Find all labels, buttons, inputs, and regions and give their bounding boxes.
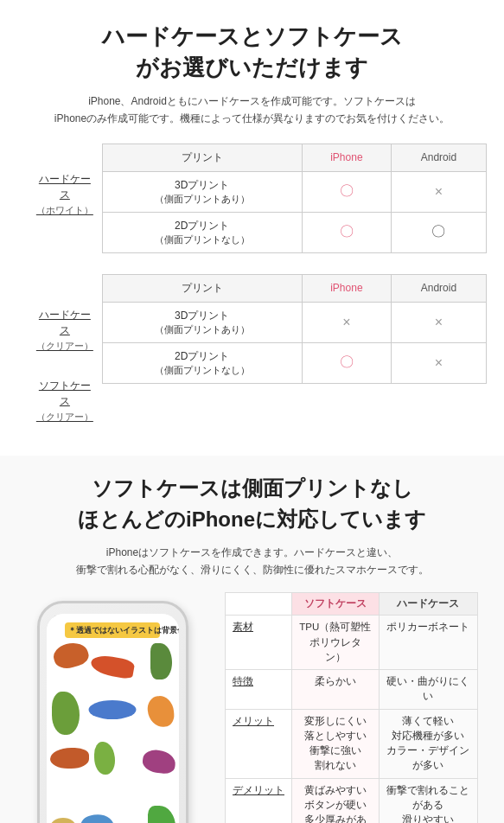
dino-shape-11 bbox=[79, 812, 116, 823]
hard-merit: 薄くて軽い対応機種が多いカラー・デザインが多い bbox=[379, 709, 477, 778]
row-material: 素材 bbox=[226, 616, 292, 670]
table-row: メリット 変形しにくい落としやすい衝撃に強い割れない 薄くて軽い対応機種が多いカ… bbox=[226, 709, 478, 778]
col-iphone: iPhone bbox=[302, 144, 391, 171]
main-title: ハードケースとソフトケース がお選びいただけます bbox=[17, 21, 487, 84]
dino-shape-6 bbox=[146, 695, 175, 728]
col-header-empty bbox=[226, 593, 292, 616]
comparison-table-area: ソフトケース ハードケース 素材 TPU（熱可塑性ポリウレタン） ポリカーボネー… bbox=[225, 592, 478, 823]
hardcase-clear-label: ハードケース（クリアー） bbox=[35, 307, 95, 354]
iphone-2d-clear: 〇 bbox=[302, 342, 391, 383]
section2-title: ソフトケースは側面プリントなし ほとんどのiPhoneに対応しています bbox=[17, 473, 487, 535]
table-row: 素材 TPU（熱可塑性ポリウレタン） ポリカーボネート bbox=[226, 616, 478, 670]
col-iphone-2: iPhone bbox=[302, 274, 391, 302]
row-merit: メリット bbox=[226, 709, 292, 778]
dino-shape-3 bbox=[89, 654, 135, 679]
android-2d-clear: × bbox=[391, 342, 486, 383]
dino-shape-2 bbox=[150, 643, 172, 679]
dino-shape-9 bbox=[141, 749, 176, 775]
table-row: 2Dプリント（側面プリントなし） 〇 × bbox=[102, 342, 486, 383]
phone-body: ＊透過ではないイラストは背景色もプリント bbox=[37, 601, 188, 823]
section1: ハードケースとソフトケース がお選びいただけます iPhone、Androidと… bbox=[0, 0, 504, 456]
android-3d-clear: × bbox=[391, 302, 486, 342]
subtitle-text: iPhone、Androidともにハードケースを作成可能です。ソフトケースは i… bbox=[17, 93, 487, 128]
soft-feature: 柔らかい bbox=[292, 670, 380, 710]
dino-shape-4 bbox=[52, 692, 80, 735]
hard-material: ポリカーボネート bbox=[379, 616, 477, 670]
section2-subtitle: iPhoneはソフトケースを作成できます。ハードケースと違い、 衝撃で割れる心配… bbox=[17, 544, 487, 579]
bottom-area: ＊透過ではないイラストは背景色もプリント bbox=[17, 592, 487, 823]
dino-shape-10 bbox=[50, 818, 76, 823]
dino-fossil-badge bbox=[89, 700, 137, 719]
hard-feature: 硬い・曲がりにくい bbox=[379, 670, 477, 710]
table2-container: ハードケース（クリアー） ソフトケース（クリアー） プリント iPhone An… bbox=[17, 274, 487, 424]
section2-inner: ソフトケースは側面プリントなし ほとんどのiPhoneに対応しています iPho… bbox=[0, 456, 504, 823]
col-android-2: Android bbox=[391, 274, 486, 302]
hard-demerit: 衝撃で割れることがある滑りやすいプリントが剥がれやすい bbox=[379, 778, 477, 823]
phone-screen: ＊透過ではないイラストは背景色もプリント bbox=[47, 614, 179, 823]
dino-shape-1 bbox=[51, 640, 91, 672]
col-android: Android bbox=[391, 144, 486, 171]
iphone-3d-clear: × bbox=[302, 302, 391, 342]
hardcase-white-label: ハードケース（ホワイト） bbox=[35, 171, 95, 218]
table1-left-label: ハードケース（ホワイト） bbox=[35, 144, 95, 218]
print-type-1: 3Dプリント（側面プリントあり） bbox=[102, 171, 302, 212]
soft-merit: 変形しにくい落としやすい衝撃に強い割れない bbox=[292, 709, 380, 778]
col-soft-header: ソフトケース bbox=[292, 593, 380, 616]
iphone-2d-white: 〇 bbox=[302, 212, 391, 252]
softcase-clear-label: ソフトケース（クリアー） bbox=[35, 378, 95, 424]
comparison-table: ソフトケース ハードケース 素材 TPU（熱可塑性ポリウレタン） ポリカーボネー… bbox=[225, 592, 478, 823]
dino-shape-12 bbox=[148, 806, 175, 823]
col-print: プリント bbox=[102, 144, 302, 171]
section2: ソフトケースは側面プリントなし ほとんどのiPhoneに対応しています iPho… bbox=[0, 456, 504, 823]
row-demerit: デメリット bbox=[226, 778, 292, 823]
annotation-badge: ＊透過ではないイラストは背景色もプリント bbox=[65, 622, 160, 638]
table1-container: ハードケース（ホワイト） プリント iPhone Android 3Dプリント（… bbox=[17, 144, 487, 253]
dino-shape-7 bbox=[50, 748, 89, 769]
phone-image-area: ＊透過ではないイラストは背景色もプリント bbox=[26, 592, 216, 823]
soft-demerit: 黄ばみやすいボタンが硬い多少厚みがある bbox=[292, 778, 380, 823]
table-row: デメリット 黄ばみやすいボタンが硬い多少厚みがある 衝撃で割れることがある滑りや… bbox=[226, 778, 478, 823]
phone-mockup: ＊透過ではないイラストは背景色もプリント bbox=[26, 601, 199, 823]
table-row: 3Dプリント（側面プリントあり） 〇 × bbox=[102, 171, 486, 212]
table-row: 2Dプリント（側面プリントなし） 〇 〇 bbox=[102, 212, 486, 252]
table-row: 特徴 柔らかい 硬い・曲がりにくい bbox=[226, 670, 478, 710]
dino-shape-8 bbox=[94, 742, 115, 775]
table-row: 3Dプリント（側面プリントあり） × × bbox=[102, 302, 486, 342]
soft-material: TPU（熱可塑性ポリウレタン） bbox=[292, 616, 380, 670]
col-hard-header: ハードケース bbox=[379, 593, 477, 616]
print-type-2: 2Dプリント（側面プリントなし） bbox=[102, 212, 302, 252]
print-type-3d-clear: 3Dプリント（側面プリントあり） bbox=[102, 302, 302, 342]
dino-background: ＊透過ではないイラストは背景色もプリント bbox=[47, 614, 179, 823]
table2: プリント iPhone Android 3Dプリント（側面プリントあり） × ×… bbox=[102, 274, 487, 384]
iphone-3d-white: 〇 bbox=[302, 171, 391, 212]
table1: プリント iPhone Android 3Dプリント（側面プリントあり） 〇 ×… bbox=[102, 144, 487, 253]
android-3d-white: × bbox=[391, 171, 486, 212]
print-type-2d-clear: 2Dプリント（側面プリントなし） bbox=[102, 342, 302, 383]
android-2d-white: 〇 bbox=[391, 212, 486, 252]
table2-left-labels: ハードケース（クリアー） ソフトケース（クリアー） bbox=[35, 274, 95, 424]
row-feature: 特徴 bbox=[226, 670, 292, 710]
col-print-2: プリント bbox=[102, 274, 302, 302]
